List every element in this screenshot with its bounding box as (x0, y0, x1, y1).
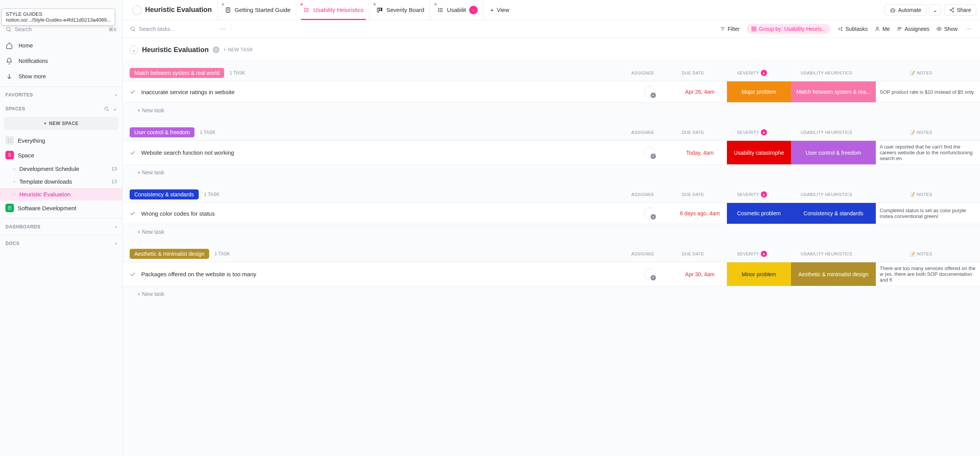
automate-dropdown[interactable]: ⌄ (929, 4, 941, 16)
sidebar-item-software-development[interactable]: Software Development (0, 201, 122, 215)
tab-getting-started-guide[interactable]: ⬙Getting Started Guide (219, 0, 296, 20)
notes-cell[interactable]: Completed status is set as color purple … (876, 203, 980, 224)
severity-cell[interactable]: Major problem (727, 81, 791, 102)
show-button[interactable]: Show (936, 26, 958, 32)
new-task-row[interactable]: + New task (123, 103, 980, 118)
sort-icon: ▲ (761, 70, 767, 76)
col-due[interactable]: DUE DATE (666, 192, 720, 197)
new-task-button[interactable]: + NEW TASK (223, 47, 253, 52)
new-space-button[interactable]: + NEW SPACE (4, 117, 118, 130)
col-severity[interactable]: SEVERITY▲ (720, 129, 784, 135)
check-icon[interactable] (130, 210, 136, 216)
check-icon[interactable] (130, 89, 136, 95)
notes-cell[interactable]: SOP product rate is $10 instead of $5 on… (876, 81, 980, 102)
col-notes[interactable]: 📝NOTES (869, 192, 973, 197)
info-icon[interactable]: i (213, 46, 220, 53)
page-title-tab[interactable]: Heuristic Evaluation (127, 0, 218, 20)
col-due[interactable]: DUE DATE (666, 252, 720, 256)
dashboards-header[interactable]: DASHBOARDS › (0, 219, 122, 233)
col-assignee[interactable]: ASSIGNEE (620, 252, 666, 256)
col-due[interactable]: DUE DATE (666, 71, 720, 75)
col-notes[interactable]: 📝NOTES (869, 71, 973, 76)
assignee-cell[interactable] (627, 262, 673, 286)
col-heuristics[interactable]: USABILITY HEURISTICS (784, 71, 869, 75)
notes-icon: 📝 (910, 252, 915, 257)
sidebar-item-everything[interactable]: Everything (0, 133, 122, 148)
due-date-cell[interactable]: 6 days ago, 4am (673, 203, 727, 224)
sidebar-item-development-schedule[interactable]: Development Schedule13 (0, 162, 122, 175)
due-date-cell[interactable]: Today, 4am (673, 141, 727, 164)
col-severity[interactable]: SEVERITY▲ (720, 191, 784, 198)
group: Aesthetic & minimalist design 1 TASK ASS… (123, 249, 980, 302)
search-icon[interactable] (104, 106, 109, 111)
col-assignee[interactable]: ASSIGNEE (620, 71, 666, 75)
col-severity[interactable]: SEVERITY▲ (720, 251, 784, 257)
col-assignee[interactable]: ASSIGNEE (620, 192, 666, 197)
notes-cell[interactable]: There are too many services offered on t… (876, 262, 980, 286)
tab-severity-board[interactable]: ⬙Severity Board (371, 0, 430, 20)
due-date-cell[interactable]: Apr 26, 4am (673, 81, 727, 102)
col-assignee[interactable]: ASSIGNEE (620, 130, 666, 135)
group-by-button[interactable]: Group by: Usability Heuris... (747, 24, 831, 34)
heuristic-cell[interactable]: Match between system & rea... (791, 81, 876, 102)
task-row[interactable]: Website search function not working Toda… (123, 140, 980, 165)
assignee-cell[interactable] (627, 81, 673, 102)
task-row[interactable]: Wrong color codes for status 6 days ago,… (123, 203, 980, 224)
task-row[interactable]: Packages offered on the website is too m… (123, 262, 980, 286)
more-icon[interactable]: ⋯ (965, 24, 973, 34)
col-notes[interactable]: 📝NOTES (869, 252, 973, 257)
heuristic-cell[interactable]: Aesthetic & minimalist design (791, 262, 876, 286)
new-task-row[interactable]: + New task (123, 224, 980, 240)
sidebar-item-heuristic-evaluation[interactable]: Heuristic Evaluation (0, 188, 122, 201)
automate-button[interactable]: Automate (885, 4, 926, 16)
col-notes[interactable]: 📝NOTES (869, 130, 973, 135)
sidebar-item-space[interactable]: SSpace (0, 148, 122, 162)
assignees-button[interactable]: Assignees (897, 26, 929, 32)
assignee-cell[interactable] (627, 141, 673, 164)
col-heuristics[interactable]: USABILITY HEURISTICS (784, 130, 869, 135)
new-task-row[interactable]: + New task (123, 286, 980, 302)
sidebar-item-template-downloads[interactable]: Template downloads13 (0, 175, 122, 188)
severity-cell[interactable]: Usability catastrophe (727, 141, 791, 164)
add-view-button[interactable]: + View (485, 0, 515, 20)
subtasks-button[interactable]: Subtasks (838, 26, 868, 32)
board-icon (376, 7, 383, 14)
more-icon[interactable]: ⋯ (218, 24, 227, 34)
group-label[interactable]: User control & freedom (130, 127, 194, 137)
heuristic-cell[interactable]: User control & freedom (791, 141, 876, 164)
share-button[interactable]: Share (944, 4, 976, 16)
svg-line-1 (10, 30, 11, 32)
tab-usability-heiuristics[interactable]: ⬙Usability Heiuristics (298, 0, 369, 20)
col-due[interactable]: DUE DATE (666, 130, 720, 135)
severity-cell[interactable]: Minor problem (727, 262, 791, 286)
group-label[interactable]: Aesthetic & minimalist design (130, 249, 209, 259)
severity-cell[interactable]: Cosmetic problem (727, 203, 791, 224)
spaces-header[interactable]: SPACES ⌄ (0, 101, 122, 115)
check-icon[interactable] (130, 150, 136, 156)
check-icon[interactable] (130, 271, 136, 277)
docs-header[interactable]: DOCS › (0, 235, 122, 249)
heuristic-cell[interactable]: Consistency & standards (791, 203, 876, 224)
col-heuristics[interactable]: USABILITY HEURISTICS (784, 252, 869, 256)
favorites-header[interactable]: FAVORITES › (0, 87, 122, 101)
notes-cell[interactable]: A user reported that he can't find the c… (876, 141, 980, 164)
due-date-cell[interactable]: Apr 30, 4am (673, 262, 727, 286)
me-button[interactable]: Me (875, 26, 890, 32)
new-task-row[interactable]: + New task (123, 165, 980, 180)
svg-point-54 (898, 27, 900, 29)
task-search[interactable]: Search tasks... (130, 26, 215, 32)
nav-item-home[interactable]: Home (0, 38, 122, 53)
nav-item-show-more[interactable]: Show more (0, 69, 122, 84)
group-label[interactable]: Match between system & real world (130, 68, 224, 78)
nav-item-notifications[interactable]: Notifications (0, 53, 122, 69)
assignee-cell[interactable] (627, 203, 673, 224)
col-heuristics[interactable]: USABILITY HEURISTICS (784, 192, 869, 197)
filter-button[interactable]: Filter (720, 26, 740, 32)
group-label[interactable]: Consistency & standards (130, 189, 199, 199)
task-row[interactable]: Inaccurate service ratings in website Ap… (123, 81, 980, 103)
tab-usabilit[interactable]: ⬙Usabilit› (432, 0, 483, 20)
chevron-down-icon[interactable]: ⌄ (113, 106, 117, 111)
svg-point-33 (893, 10, 894, 10)
col-severity[interactable]: SEVERITY▲ (720, 70, 784, 76)
collapse-toggle[interactable]: ⌄ (130, 46, 138, 54)
